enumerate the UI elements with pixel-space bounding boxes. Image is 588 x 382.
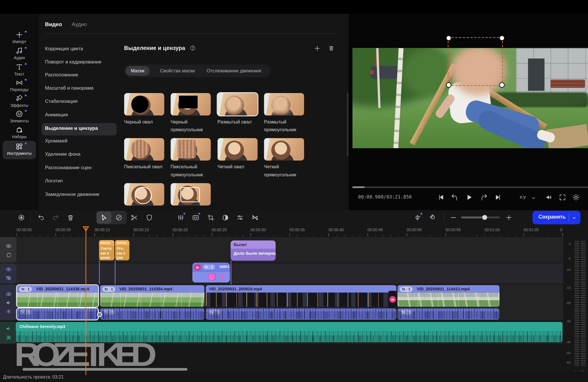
playhead[interactable]	[86, 227, 86, 375]
trash-icon[interactable]	[67, 214, 74, 221]
tab-video[interactable]: Видео	[45, 21, 62, 27]
slash-circle-icon[interactable]	[115, 214, 123, 221]
magnet-icon[interactable]	[430, 214, 437, 221]
selection-handle-nw[interactable]	[446, 35, 452, 41]
mask-thumb-black-oval[interactable]	[124, 93, 164, 115]
preview-seekbar[interactable]	[353, 186, 588, 188]
mask-thumb-pixel-rect[interactable]	[171, 138, 211, 161]
save-dropdown-chevron-icon[interactable]	[572, 216, 577, 220]
cursor-icon[interactable]	[100, 214, 108, 221]
settings-gear-icon[interactable]	[572, 194, 580, 201]
sidebar-item-effects[interactable]: Эффекты	[0, 94, 39, 110]
delete-mask-icon[interactable]	[328, 45, 334, 51]
menu-item-rotate-crop[interactable]: Поворот и кадрирование	[45, 59, 120, 69]
zoom-in-icon[interactable]	[505, 214, 512, 221]
save-button[interactable]: Сохранить	[533, 211, 581, 224]
crop-icon[interactable]	[207, 214, 214, 221]
menu-item-scene-detection[interactable]: Распознавание сцен	[45, 165, 120, 174]
chevron-down-icon[interactable]	[531, 195, 536, 200]
eye-off-icon[interactable]	[6, 275, 12, 281]
video-clip-3[interactable]: VID_20250831_200919.mp4	[206, 285, 396, 307]
zoom-slider-thumb[interactable]	[482, 215, 487, 220]
mask-thumb-pixel-oval[interactable]	[124, 138, 164, 161]
tab-audio[interactable]: Аудио	[71, 21, 87, 27]
mask-thumb-spot-oval[interactable]	[124, 183, 164, 205]
timeline-scrollbar[interactable]	[22, 368, 187, 371]
speaker-icon[interactable]	[6, 300, 12, 306]
marker-shield-icon[interactable]	[146, 214, 153, 221]
title-clip[interactable]: Вылет Дело было вечером	[231, 240, 276, 261]
eye-icon[interactable]	[6, 291, 12, 297]
volume-icon[interactable]	[545, 194, 553, 201]
adjust-sliders-icon[interactable]	[236, 214, 244, 221]
frame-back-icon[interactable]	[451, 194, 458, 201]
sidebar-item-elements[interactable]: Элементы	[0, 110, 39, 126]
menu-item-background-removal[interactable]: Удаление фона	[45, 151, 120, 161]
audio-clip-4[interactable]: fx · 1	[397, 308, 499, 320]
mask-thumb-blur-rect[interactable]	[264, 93, 304, 115]
tab-masks[interactable]: Маски	[126, 66, 150, 76]
skip-end-icon[interactable]	[494, 194, 502, 201]
audio-clip-2[interactable]: fx · 1	[100, 308, 204, 320]
help-icon[interactable]	[190, 45, 196, 51]
video-clip-2[interactable]: fx · 1 VID_20250831_114354.mp4	[100, 285, 204, 307]
aspect-ratio-dropdown[interactable]: x:y	[520, 194, 526, 200]
add-mask-icon[interactable]	[314, 45, 321, 52]
tab-mask-properties[interactable]: Свойства маски	[155, 66, 200, 76]
menu-item-slow-motion[interactable]: Замедленное движение	[45, 191, 120, 201]
sidebar-item-transitions[interactable]: Переходы	[0, 79, 39, 94]
mask-thumb-blur-oval[interactable]	[218, 93, 258, 115]
tab-motion-tracking[interactable]: Отслеживание движения	[201, 66, 266, 76]
menu-item-zoom-pan[interactable]: Масштаб и панорама	[45, 85, 120, 95]
transition-off-icon[interactable]	[251, 214, 259, 221]
eye-icon[interactable]	[6, 243, 12, 249]
mask-selection-box[interactable]	[448, 37, 503, 86]
unlink-icon[interactable]	[6, 335, 12, 341]
mask-thumb-sharp-oval[interactable]	[218, 138, 258, 161]
menu-item-stabilization[interactable]: Стабилизация	[45, 98, 120, 108]
menu-item-highlight-censor[interactable]: Выделение и цензура	[45, 125, 120, 135]
undo-icon[interactable]	[38, 214, 45, 221]
selection-handle-sw[interactable]	[446, 82, 452, 88]
menu-item-animation[interactable]: Анимация	[45, 112, 120, 121]
mask-thumb-black-rect[interactable]	[171, 93, 211, 115]
subtitle-clip[interactable]: Автос Смотр как я умею	[99, 240, 115, 261]
audio-link-handle[interactable]	[97, 312, 102, 317]
sidebar-item-packs[interactable]: Наборы	[0, 126, 39, 142]
sticker-clip[interactable]: fx · 1 SM01.	[192, 263, 230, 282]
speaker-icon[interactable]	[6, 326, 12, 332]
menu-item-logo[interactable]: Логотип	[45, 178, 120, 188]
eye-icon[interactable]	[6, 266, 12, 272]
play-icon[interactable]	[465, 194, 473, 201]
frame-forward-icon[interactable]	[480, 194, 488, 201]
subtitles-icon[interactable]	[192, 214, 200, 221]
link-icon[interactable]	[6, 252, 12, 258]
selection-handle-ne[interactable]	[499, 35, 505, 41]
zoom-out-icon[interactable]	[450, 214, 457, 221]
selection-handle-se[interactable]	[499, 82, 505, 88]
audio-wave-icon[interactable]	[414, 214, 421, 221]
mask-thumb-spot-rect[interactable]	[171, 183, 211, 205]
snowflake-icon[interactable]	[6, 308, 12, 315]
redo-icon[interactable]	[52, 214, 59, 221]
audio-mixer-icon[interactable]	[177, 214, 184, 221]
sidebar-item-tools[interactable]: Инструменты	[0, 142, 39, 158]
sidebar-item-text[interactable]: Текст	[0, 63, 39, 79]
audio-clip-3[interactable]: fx · 1	[206, 308, 396, 320]
subtitle-clip[interactable]: Автос Ого, как я уже	[115, 240, 129, 261]
scissors-icon[interactable]	[131, 214, 138, 221]
fullscreen-icon[interactable]	[559, 194, 566, 201]
contrast-icon[interactable]	[222, 214, 229, 221]
sidebar-item-audio[interactable]: Аудио	[0, 47, 39, 63]
timeline-zoom-slider[interactable]	[461, 217, 500, 219]
menu-item-position[interactable]: Расположение	[45, 72, 120, 82]
panel-scrollbar[interactable]	[347, 93, 348, 157]
menu-item-color-correction[interactable]: Коррекция цвета	[45, 46, 120, 55]
skip-start-icon[interactable]	[437, 194, 445, 201]
sidebar-item-import[interactable]: Импорт	[0, 31, 39, 47]
mask-thumb-sharp-rect[interactable]	[264, 138, 304, 161]
menu-item-chromakey[interactable]: Хромакей	[45, 138, 120, 148]
video-clip-4[interactable]: fx · 1 VID_20250831_114413.mp4	[397, 285, 499, 307]
record-icon[interactable]	[18, 214, 25, 221]
transition-indicator[interactable]	[388, 291, 397, 308]
